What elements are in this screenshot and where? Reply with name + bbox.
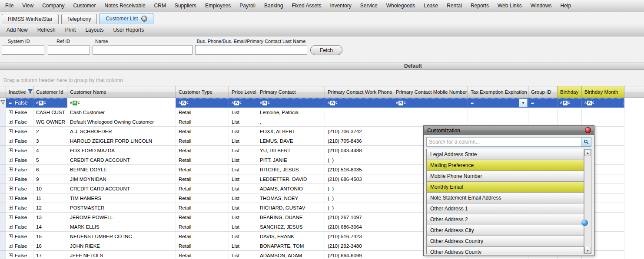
expand-icon[interactable]: [9, 139, 13, 143]
cell-customer-type[interactable]: Retail: [176, 146, 229, 155]
row-indicator[interactable]: [0, 165, 6, 174]
column-header-birthday-month[interactable]: Birthday Month: [582, 86, 624, 98]
cell-primary-contact[interactable]: ADAMSON, ADAM: [257, 251, 325, 259]
cell-inactive[interactable]: False: [6, 165, 33, 174]
cell-inactive[interactable]: False: [6, 213, 33, 222]
row-indicator[interactable]: [0, 232, 6, 241]
cell-inactive[interactable]: False: [6, 146, 33, 155]
expand-icon[interactable]: [9, 253, 13, 257]
row-indicator[interactable]: [0, 203, 6, 213]
customization-title-bar[interactable]: Customization: [424, 126, 594, 135]
row-indicator[interactable]: [0, 241, 6, 251]
cell-inactive[interactable]: False: [6, 155, 33, 165]
cell-price-level[interactable]: List: [229, 203, 257, 213]
menu-item-suppliers[interactable]: Suppliers: [170, 0, 201, 12]
cell-primary-contact[interactable]: ,: [257, 117, 325, 127]
expand-icon[interactable]: [9, 177, 13, 181]
cell-customer-id[interactable]: 17: [33, 251, 67, 259]
cell-customer-id[interactable]: CASH CUST: [33, 108, 67, 117]
cell-tax-exemption-expiration[interactable]: [468, 108, 528, 117]
filter-dropdown-button[interactable]: ▼: [519, 98, 528, 107]
cell-primary-contact-mobile-number[interactable]: [393, 108, 468, 117]
cell-price-level[interactable]: List: [229, 174, 257, 184]
filter-cell-customer-name[interactable]: ABC: [67, 98, 176, 108]
expand-icon[interactable]: [9, 206, 13, 210]
menu-item-payroll[interactable]: Payroll: [235, 0, 260, 12]
expand-icon[interactable]: [9, 158, 13, 162]
menu-item-company[interactable]: Company: [38, 0, 69, 12]
cell-customer-id[interactable]: 13: [33, 213, 67, 222]
cell-primary-contact[interactable]: RICHARD, GUSTAV: [257, 203, 325, 213]
cell-customer-type[interactable]: Retail: [176, 136, 229, 146]
column-header-primary-contact-mobile-number[interactable]: Primary Contact Mobile Number: [393, 86, 468, 98]
menu-item-notes-receivable[interactable]: Notes Receivable: [100, 0, 150, 12]
name-input[interactable]: [93, 45, 193, 55]
toolbar-item-add-new[interactable]: Add New: [2, 24, 33, 36]
cell-inactive[interactable]: False: [6, 232, 33, 241]
cell-price-level[interactable]: List: [229, 241, 257, 251]
customization-item-mailing-preference[interactable]: Mailing Preference: [427, 160, 584, 171]
close-icon[interactable]: [585, 127, 591, 133]
cell-primary-contact[interactable]: DAVIS, FRANK: [257, 232, 325, 241]
column-header-price-level[interactable]: Price Level: [229, 86, 257, 98]
column-header-customer-id[interactable]: Customer Id: [33, 86, 67, 98]
cell-price-level[interactable]: List: [229, 193, 257, 203]
cell-primary-contact[interactable]: SANCHEZ, JESUS: [257, 222, 325, 232]
menu-item-service[interactable]: Service: [356, 0, 382, 12]
filter-cell-price-level[interactable]: ABC: [229, 98, 257, 108]
row-indicator[interactable]: [0, 108, 6, 117]
cell-primary-contact-work-phone[interactable]: (210) 686-3064: [325, 222, 393, 232]
cell-customer-name[interactable]: JEFF NETOLS: [67, 251, 176, 259]
cell-birthday-month[interactable]: [582, 108, 624, 117]
cell-birthday[interactable]: [558, 108, 582, 117]
column-header-primary-contact[interactable]: Primary Contact: [257, 86, 325, 98]
cell-customer-type[interactable]: Retail: [176, 108, 229, 117]
menu-item-view[interactable]: View: [18, 0, 38, 12]
column-header-inactive[interactable]: Inactive: [6, 86, 33, 98]
cell-primary-contact-work-phone[interactable]: ( ): [325, 155, 393, 165]
expand-icon[interactable]: [9, 129, 13, 133]
column-header-tax-exemption-expiration[interactable]: Tax Exemption Expiration: [468, 86, 528, 98]
expand-icon[interactable]: [9, 196, 13, 200]
expand-icon[interactable]: [9, 120, 13, 124]
customization-item-note-statement-email-address[interactable]: Note Statement Email Address: [427, 192, 584, 203]
cell-customer-name[interactable]: JEROME POWELL: [67, 213, 176, 222]
cell-primary-contact-work-phone[interactable]: ( ): [325, 193, 393, 203]
customization-item-other-address-2[interactable]: Other Address 2: [427, 214, 584, 225]
cell-customer-type[interactable]: Retail: [176, 213, 229, 222]
cell-primary-contact[interactable]: LEMUS, DAVE: [257, 136, 325, 146]
cell-customer-type[interactable]: Retail: [176, 117, 229, 127]
expand-icon[interactable]: [9, 244, 13, 248]
cell-customer-type[interactable]: Retail: [176, 241, 229, 251]
column-header-group-id[interactable]: Group ID: [528, 86, 558, 98]
row-indicator[interactable]: [0, 174, 6, 184]
toolbar-item-print[interactable]: Print: [60, 24, 81, 36]
customization-item-other-address-1[interactable]: Other Address 1: [427, 203, 584, 214]
cell-customer-type[interactable]: Retail: [176, 174, 229, 184]
cell-inactive[interactable]: False: [6, 184, 33, 193]
table-row[interactable]: FalseCASH CUSTCash CustomerRetailListLem…: [0, 108, 624, 117]
cell-primary-contact[interactable]: ADAMS, ANTONIO: [257, 184, 325, 193]
scroll-down-icon[interactable]: ▼: [584, 247, 591, 254]
cell-customer-id[interactable]: 10: [33, 184, 67, 193]
cell-customer-id[interactable]: 6: [33, 165, 67, 174]
menu-item-fixed-assets[interactable]: Fixed Assets: [287, 0, 325, 12]
menu-item-windows[interactable]: Windows: [526, 0, 556, 12]
menu-item-wholegoods[interactable]: Wholegoods: [382, 0, 420, 12]
cell-price-level[interactable]: List: [229, 222, 257, 232]
cell-customer-id[interactable]: 12: [33, 203, 67, 213]
cell-primary-contact[interactable]: FOXX, ALBERT: [257, 127, 325, 136]
row-indicator[interactable]: [0, 251, 6, 259]
menu-item-file[interactable]: File: [1, 0, 18, 12]
expand-icon[interactable]: [9, 110, 13, 114]
cell-customer-name[interactable]: TIM HAMERS: [67, 193, 176, 203]
row-indicator[interactable]: [0, 127, 6, 136]
cell-primary-contact-work-phone[interactable]: [325, 108, 393, 117]
filter-cell-primary-contact-mobile-number[interactable]: ABC: [393, 98, 468, 108]
menu-item-help[interactable]: Help: [556, 0, 575, 12]
cell-inactive[interactable]: False: [6, 251, 33, 259]
row-indicator[interactable]: [0, 222, 6, 232]
cell-customer-id[interactable]: 9: [33, 174, 67, 184]
cell-customer-name[interactable]: JOHN RIEKE: [67, 241, 176, 251]
cell-primary-contact-work-phone[interactable]: ( ): [325, 203, 393, 213]
